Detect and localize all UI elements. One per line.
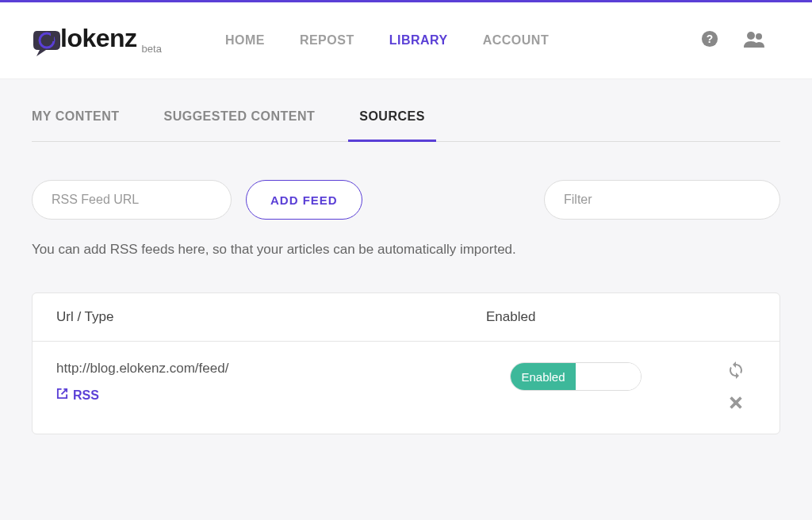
logo[interactable]: lokenz beta bbox=[32, 24, 162, 58]
column-header-enabled: Enabled bbox=[486, 309, 692, 325]
column-header-actions bbox=[692, 309, 756, 325]
add-feed-button[interactable]: ADD FEED bbox=[246, 180, 362, 220]
toggle-on-label: Enabled bbox=[511, 363, 576, 390]
feed-info: http://blog.elokenz.com/feed/ RSS bbox=[56, 361, 510, 403]
help-text: You can add RSS feeds here, so that your… bbox=[32, 242, 780, 258]
nav-account[interactable]: ACCOUNT bbox=[483, 33, 550, 48]
close-icon[interactable] bbox=[727, 394, 745, 415]
filter-input[interactable] bbox=[544, 180, 780, 220]
row-actions bbox=[716, 361, 756, 415]
users-icon[interactable] bbox=[744, 30, 764, 51]
svg-text:?: ? bbox=[707, 33, 713, 45]
logo-beta-tag: beta bbox=[142, 43, 162, 55]
logo-text: lokenz bbox=[60, 24, 137, 53]
feed-type-label: RSS bbox=[73, 388, 99, 403]
help-icon[interactable]: ? bbox=[701, 30, 718, 51]
tab-sources[interactable]: SOURCES bbox=[359, 109, 425, 141]
tab-suggested-content[interactable]: SUGGESTED CONTENT bbox=[163, 109, 315, 141]
page-content: MY CONTENT SUGGESTED CONTENT SOURCES ADD… bbox=[0, 79, 812, 434]
main-header: lokenz beta HOME REPOST LIBRARY ACCOUNT … bbox=[0, 2, 812, 79]
toggle-off-side bbox=[576, 363, 641, 390]
table-header: Url / Type Enabled bbox=[33, 293, 779, 342]
sub-tabs: MY CONTENT SUGGESTED CONTENT SOURCES bbox=[32, 79, 780, 142]
toggle-cell: Enabled bbox=[510, 361, 716, 391]
feed-url: http://blog.elokenz.com/feed/ bbox=[56, 361, 510, 377]
main-nav: HOME REPOST LIBRARY ACCOUNT bbox=[225, 33, 549, 48]
feed-type-link[interactable]: RSS bbox=[56, 388, 510, 403]
svg-point-5 bbox=[756, 33, 762, 40]
refresh-icon[interactable] bbox=[726, 361, 745, 383]
svg-rect-1 bbox=[51, 32, 54, 41]
svg-point-4 bbox=[747, 32, 755, 40]
nav-home[interactable]: HOME bbox=[225, 33, 265, 48]
column-header-url: Url / Type bbox=[56, 309, 486, 325]
nav-library[interactable]: LIBRARY bbox=[389, 33, 448, 48]
logo-icon bbox=[32, 28, 62, 58]
external-link-icon bbox=[56, 388, 68, 403]
feeds-table: Url / Type Enabled http://blog.elokenz.c… bbox=[32, 292, 780, 434]
nav-repost[interactable]: REPOST bbox=[300, 33, 354, 48]
table-row: http://blog.elokenz.com/feed/ RSS Enable… bbox=[33, 342, 779, 434]
tab-my-content[interactable]: MY CONTENT bbox=[32, 109, 119, 141]
header-icons: ? bbox=[701, 30, 780, 51]
controls-row: ADD FEED bbox=[32, 180, 780, 220]
enabled-toggle[interactable]: Enabled bbox=[510, 362, 642, 391]
rss-url-input[interactable] bbox=[32, 180, 232, 220]
